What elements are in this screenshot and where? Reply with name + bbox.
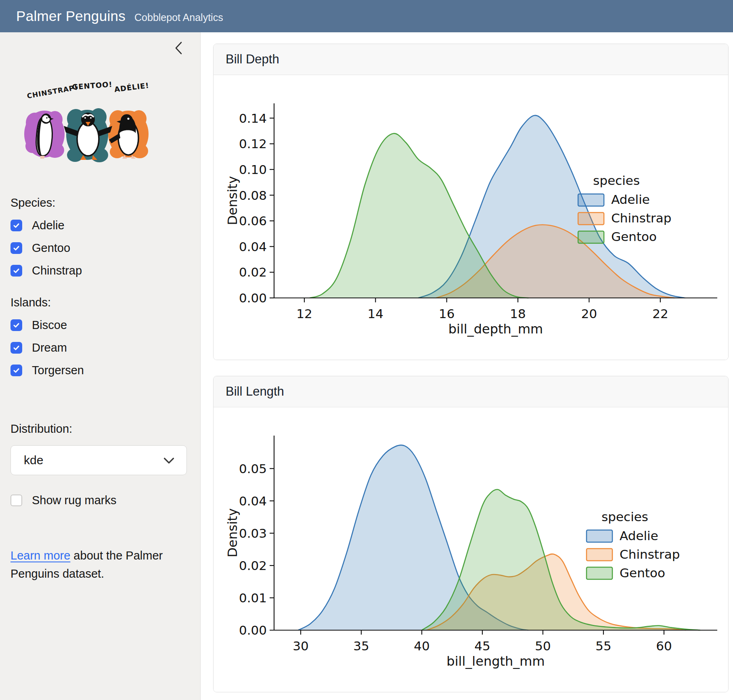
chevron-down-icon (163, 453, 174, 467)
svg-text:0.02: 0.02 (239, 265, 267, 279)
checkbox-checked[interactable] (10, 242, 22, 254)
check-icon (13, 367, 20, 374)
app-window: Palmer Penguins Cobblepot Analytics (0, 0, 733, 700)
checkbox-label: Torgersen (32, 364, 84, 377)
svg-text:40: 40 (414, 639, 429, 653)
legend-swatch-gentoo (578, 231, 604, 243)
bill-length-card: Bill Length 303540455055600.000.010.020.… (213, 376, 729, 692)
checkbox-unchecked[interactable] (10, 495, 22, 506)
islands-checkbox-torgersen[interactable]: Torgersen (10, 364, 188, 377)
islands-checkbox-group: BiscoeDreamTorgersen (10, 319, 188, 377)
svg-text:0.00: 0.00 (239, 623, 267, 637)
svg-text:35: 35 (353, 639, 369, 653)
checkbox-checked[interactable] (10, 365, 22, 376)
svg-text:0.01: 0.01 (239, 591, 267, 605)
check-icon (13, 267, 20, 275)
svg-text:16: 16 (439, 306, 454, 321)
svg-text:0.04: 0.04 (239, 239, 267, 254)
islands-checkbox-biscoe[interactable]: Biscoe (10, 319, 188, 332)
app-title: Palmer Penguins (16, 0, 126, 32)
check-icon (13, 321, 20, 329)
bill-depth-plot: 1214161820220.000.020.040.060.080.100.12… (214, 75, 728, 360)
svg-text:18: 18 (510, 306, 526, 321)
svg-text:0.05: 0.05 (239, 461, 267, 476)
svg-text:20: 20 (581, 306, 597, 321)
svg-text:14: 14 (368, 306, 383, 321)
sidebar-collapse-row (10, 38, 188, 59)
sidebar: CHINSTRAP! GENTOO! ADÉLIE! Species: Adel… (0, 32, 201, 700)
check-icon (13, 344, 20, 352)
svg-text:12: 12 (296, 306, 312, 321)
content-area: Bill Depth 1214161820220.000.020.040.060… (201, 32, 733, 700)
y-axis-label: Density (225, 176, 240, 225)
legend-label-chinstrap: Chinstrap (620, 547, 680, 562)
rug-marks-label: Show rug marks (32, 494, 117, 507)
legend-label-gentoo: Gentoo (611, 229, 657, 244)
distribution-select[interactable]: kde (10, 445, 187, 475)
bill-depth-chart-svg: 1214161820220.000.020.040.060.080.100.12… (214, 75, 729, 360)
svg-text:0.14: 0.14 (239, 111, 267, 126)
artwork-label-adelie: ADÉLIE! (114, 81, 150, 94)
checkbox-label: Chinstrap (32, 264, 82, 277)
sidebar-collapse-button[interactable] (171, 40, 186, 57)
legend-title: species (601, 509, 648, 524)
svg-text:0.08: 0.08 (239, 188, 267, 203)
checkbox-label: Biscoe (32, 319, 67, 332)
svg-text:0.03: 0.03 (239, 526, 267, 541)
legend-swatch-chinstrap (586, 549, 612, 561)
check-icon (13, 222, 20, 229)
legend: speciesAdelieChinstrapGentoo (586, 509, 680, 580)
legend-title: species (593, 173, 640, 188)
bill-depth-card-title: Bill Depth (214, 44, 728, 75)
app-header: Palmer Penguins Cobblepot Analytics (0, 0, 733, 32)
checkbox-label: Adelie (32, 219, 65, 232)
x-axis-label: bill_depth_mm (448, 321, 543, 337)
checkbox-label: Gentoo (32, 241, 70, 255)
penguins-artwork-image: CHINSTRAP! GENTOO! ADÉLIE! (19, 78, 158, 170)
chevron-left-icon (174, 41, 183, 57)
check-icon (13, 244, 20, 252)
main-layout: CHINSTRAP! GENTOO! ADÉLIE! Species: Adel… (0, 32, 733, 700)
checkbox-checked[interactable] (10, 265, 22, 277)
bill-depth-card: Bill Depth 1214161820220.000.020.040.060… (213, 44, 729, 360)
y-axis-label: Density (225, 508, 240, 557)
legend-swatch-adelie (586, 530, 612, 542)
artwork-label-gentoo: GENTOO! (72, 80, 113, 91)
legend: speciesAdelieChinstrapGentoo (578, 173, 671, 244)
checkbox-checked[interactable] (10, 220, 22, 231)
species-checkbox-chinstrap[interactable]: Chinstrap (10, 264, 188, 277)
legend-label-adelie: Adelie (620, 528, 658, 543)
checkbox-checked[interactable] (10, 342, 22, 354)
svg-text:0.06: 0.06 (239, 214, 267, 228)
svg-text:55: 55 (595, 639, 611, 653)
islands-checkbox-dream[interactable]: Dream (10, 341, 188, 354)
species-checkbox-gentoo[interactable]: Gentoo (10, 241, 188, 255)
svg-text:0.12: 0.12 (239, 136, 267, 151)
checkbox-label: Dream (32, 341, 67, 354)
rug-marks-checkbox[interactable]: Show rug marks (10, 494, 188, 507)
svg-text:60: 60 (656, 639, 672, 653)
app-subtitle: Cobblepot Analytics (134, 12, 223, 23)
species-group-label: Species: (10, 196, 188, 210)
legend-label-adelie: Adelie (611, 192, 650, 207)
svg-text:0.04: 0.04 (239, 494, 267, 508)
artwork-label-chinstrap: CHINSTRAP! (26, 83, 78, 100)
bill-length-card-title: Bill Length (214, 376, 728, 407)
species-checkbox-group: AdelieGentooChinstrap (10, 219, 188, 277)
species-checkbox-adelie[interactable]: Adelie (10, 219, 188, 232)
svg-text:22: 22 (652, 306, 668, 321)
svg-text:0.02: 0.02 (239, 558, 267, 573)
legend-swatch-adelie (578, 194, 604, 206)
svg-text:0.10: 0.10 (239, 162, 267, 177)
svg-text:45: 45 (474, 639, 490, 653)
distribution-selected-value: kde (24, 453, 43, 467)
distribution-label: Distribution: (10, 422, 188, 436)
svg-text:50: 50 (535, 639, 551, 653)
learn-more-link[interactable]: Learn more (10, 549, 70, 562)
x-axis-label: bill_length_mm (446, 654, 545, 669)
checkbox-checked[interactable] (10, 319, 22, 331)
legend-swatch-chinstrap (578, 212, 604, 224)
svg-text:30: 30 (293, 639, 308, 653)
bill-length-plot: 303540455055600.000.010.020.030.040.05bi… (214, 407, 728, 692)
svg-text:0.00: 0.00 (239, 291, 267, 305)
